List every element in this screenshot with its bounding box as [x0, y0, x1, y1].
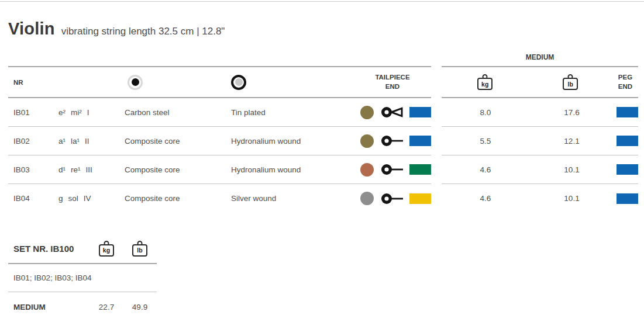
set-tension-kg: 22.7 [90, 303, 123, 311]
peg-color-swatch [617, 107, 638, 117]
silking-color-dot [360, 163, 374, 176]
note-position: II [85, 137, 89, 146]
tension-row: 4.6 10.1 [442, 184, 638, 213]
tailpiece-color-swatch [409, 164, 431, 175]
note-pitch: a¹ [58, 137, 66, 146]
lb-weight-icon-label: lb [563, 78, 578, 90]
tension-lb: 17.6 [529, 108, 614, 117]
silking-color-dot [360, 106, 374, 119]
string-nr: IB01 [8, 108, 58, 117]
tailpiece-end-cell [323, 106, 431, 119]
winding-material-icon [231, 75, 246, 90]
table-row: IB01 e² mi² I Carbon steel Tin plated [8, 98, 431, 127]
gauge-group-label: MEDIUM [442, 53, 638, 61]
tension-lb: 10.1 [529, 165, 614, 174]
strings-table-header: NR TAILPIECE END [8, 66, 431, 98]
tailpiece-color-swatch [409, 107, 431, 117]
set-kg-column-header: kg [90, 241, 123, 257]
ball-end-icon [380, 192, 406, 205]
set-number-title: SET NR. IB100 [8, 244, 90, 254]
winding-column-header [231, 75, 323, 90]
note-position: I [87, 108, 89, 117]
lb-column-header: lb [528, 74, 612, 90]
core-column-header [125, 75, 231, 90]
table-row: IB03 d¹ re¹ III Composite core Hydronali… [8, 155, 431, 184]
note-solfege: la¹ [71, 137, 80, 146]
note-position: IV [84, 194, 91, 203]
peg-column-header: PEG END [612, 73, 638, 91]
peg-color-swatch [617, 193, 638, 204]
tension-row: 4.6 10.1 [442, 155, 638, 184]
winding-material: Tin plated [231, 108, 323, 117]
set-lb-column-header: lb [123, 241, 157, 257]
kg-weight-icon-label: kg [99, 244, 114, 257]
note-solfege: sol [68, 194, 78, 203]
ball-end-icon [380, 106, 406, 119]
set-tension-lb: 49.9 [123, 303, 157, 311]
silking-color-dot [360, 192, 374, 205]
core-material: Carbon steel [125, 108, 231, 117]
tension-table-header: kg lb PEG END [442, 66, 638, 98]
tailpiece-end-label: TAILPIECE END [371, 73, 414, 91]
tension-kg: 4.6 [442, 194, 529, 203]
string-note: g sol IV [58, 194, 125, 203]
tailpiece-color-swatch [409, 136, 431, 146]
winding-material: Hydronalium wound [231, 165, 323, 174]
set-table-header: SET NR. IB100 kg lb [8, 234, 157, 264]
winding-material: Silver wound [231, 194, 323, 203]
nr-column-header: NR [8, 79, 58, 86]
kg-weight-icon: kg [99, 241, 114, 257]
tension-lb: 12.1 [529, 137, 614, 146]
lb-weight-icon-label: lb [132, 244, 147, 257]
note-solfege: mi² [71, 108, 82, 117]
kg-column-header: kg [442, 74, 528, 90]
set-contents-row: IB01; IB02; IB03; IB04 [8, 264, 157, 292]
winding-material: Hydronalium wound [231, 137, 323, 146]
tailpiece-column-header: TAILPIECE END [323, 73, 431, 91]
note-position: III [86, 165, 92, 174]
peg-color-swatch [617, 164, 638, 175]
tension-kg: 8.0 [442, 108, 529, 117]
peg-end-cell [614, 136, 638, 146]
silking-color-dot [360, 134, 374, 148]
page-title: Violin [8, 19, 55, 39]
winding-material-icon-fill [235, 78, 243, 86]
note-pitch: e² [58, 108, 66, 117]
string-nr: IB04 [8, 194, 58, 203]
set-gauge-label: MEDIUM [8, 303, 90, 311]
kg-weight-icon-label: kg [477, 78, 493, 90]
tension-row: 8.0 17.6 [442, 98, 638, 127]
ball-end-icon [380, 134, 406, 147]
set-tension-row: MEDIUM 22.7 49.9 [8, 292, 157, 321]
string-nr: IB03 [8, 165, 58, 174]
table-row: IB02 a¹ la¹ II Composite core Hydronaliu… [8, 127, 431, 155]
core-material: Composite core [125, 165, 231, 174]
core-material-icon-dot [132, 78, 139, 86]
peg-end-cell [614, 193, 638, 204]
kg-weight-icon: kg [477, 74, 493, 90]
strings-table: NR TAILPIECE END IB01 e² mi² I Carbon st… [8, 66, 431, 213]
core-material: Composite core [125, 137, 231, 146]
table-row: IB04 g sol IV Composite core Silver woun… [8, 184, 431, 213]
lb-weight-icon: lb [132, 241, 147, 257]
peg-end-label: PEG END [612, 73, 638, 91]
set-table: SET NR. IB100 kg lb IB01; IB02; IB03; IB… [8, 234, 157, 321]
peg-color-swatch [617, 136, 638, 146]
tailpiece-end-cell [323, 163, 431, 176]
page-header: Violin vibrating string length 32.5 cm |… [8, 19, 225, 39]
tailpiece-end-cell [323, 134, 431, 148]
spec-sheet-page: Violin vibrating string length 32.5 cm |… [0, 0, 644, 329]
ball-end-icon [380, 163, 406, 176]
note-pitch: g [58, 194, 63, 203]
core-material-icon [128, 75, 143, 90]
tension-row: 5.5 12.1 [442, 127, 638, 155]
tension-kg: 5.5 [442, 137, 529, 146]
core-material: Composite core [125, 194, 231, 203]
tension-kg: 4.6 [442, 165, 529, 174]
top-divider [0, 1, 644, 2]
tailpiece-color-swatch [409, 193, 431, 204]
string-note: d¹ re¹ III [58, 165, 125, 174]
string-note: a¹ la¹ II [58, 137, 125, 146]
page-subtitle: vibrating string length 32.5 cm | 12.8" [61, 26, 225, 37]
peg-end-cell [614, 107, 638, 117]
